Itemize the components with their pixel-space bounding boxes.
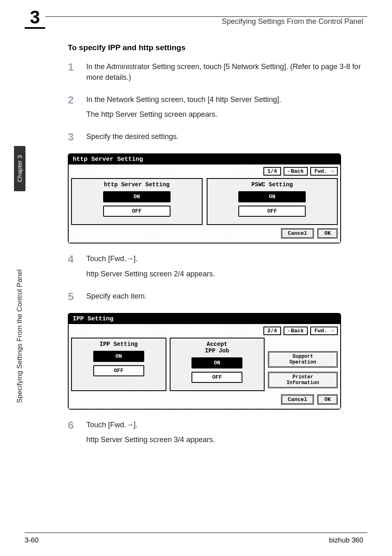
lcd-body: 1/4 ←Back Fwd. → http Server Setting ON …: [69, 164, 340, 243]
back-button[interactable]: ←Back: [284, 167, 308, 176]
step-number: 3: [68, 131, 86, 146]
step-number: 6: [68, 419, 86, 449]
step-text: In the Network Setting screen, touch [4 …: [86, 94, 281, 105]
step: 3 Specify the desired settings.: [68, 131, 363, 146]
off-button[interactable]: OFF: [93, 365, 144, 376]
lcd-page-indicator: 1/4: [263, 167, 281, 176]
step: 2 In the Network Setting screen, touch […: [68, 94, 363, 124]
step-text: http Server Setting screen 3/4 appears.: [86, 434, 215, 445]
lcd-panel-http: http Server Setting ON OFF: [71, 178, 203, 225]
back-button[interactable]: ←Back: [284, 327, 308, 335]
off-button[interactable]: OFF: [238, 206, 306, 217]
lcd-pager-row: 1/4 ←Back Fwd. →: [71, 167, 338, 176]
step-text: The http Server Setting screen appears.: [86, 109, 281, 120]
step-text: Specify each item.: [86, 291, 147, 301]
on-button[interactable]: ON: [93, 351, 144, 362]
lcd-footer-row: Cancel OK: [71, 394, 338, 405]
page: 3 Specifying Settings From the Control P…: [0, 0, 392, 556]
lcd-title: IPP Setting: [69, 314, 340, 324]
side-chapter-tab: Chapter 3: [14, 146, 25, 191]
step-body: Specify each item.: [86, 291, 147, 306]
lcd-side-column: Support Operation Printer Information: [268, 338, 338, 391]
on-button[interactable]: ON: [238, 191, 306, 202]
chapter-number: 3: [30, 7, 40, 27]
off-button[interactable]: OFF: [191, 372, 242, 383]
lcd-panel-title: PSWC Setting: [210, 181, 335, 188]
support-operation-button[interactable]: Support Operation: [268, 351, 338, 368]
ok-button[interactable]: OK: [317, 394, 338, 405]
lcd-panel-ipp: IPP Setting ON OFF: [71, 338, 166, 391]
step-number: 1: [68, 61, 86, 87]
lcd-page-indicator: 2/4: [263, 327, 281, 335]
lcd-footer-row: Cancel OK: [71, 228, 338, 239]
lcd-panel-title: Accept IPP Job: [172, 341, 263, 354]
step-body: In the Network Setting screen, touch [4 …: [86, 94, 281, 124]
step-number: 2: [68, 94, 86, 124]
fwd-button[interactable]: Fwd. →: [310, 327, 338, 335]
step-body: Touch [Fwd.→]. http Server Setting scree…: [86, 253, 215, 283]
lcd-panels: http Server Setting ON OFF PSWC Setting …: [71, 178, 338, 225]
section-title: To specify IPP and http settings: [68, 43, 363, 52]
on-button[interactable]: ON: [103, 191, 171, 202]
step-text: In the Administrator Setting screen, tou…: [86, 61, 363, 83]
step-text: Touch [Fwd.→].: [86, 419, 215, 430]
lcd-pager-row: 2/4 ←Back Fwd. →: [71, 327, 338, 335]
step-body: In the Administrator Setting screen, tou…: [86, 61, 363, 87]
lcd-screenshot-1: http Server Setting 1/4 ←Back Fwd. → htt…: [68, 153, 341, 243]
step: 5 Specify each item.: [68, 291, 363, 306]
lcd-panel-pswc: PSWC Setting ON OFF: [207, 178, 338, 225]
side-section-text: Specifying Settings From the Control Pan…: [14, 197, 25, 403]
page-number: 3-60: [25, 536, 39, 544]
content: To specify IPP and http settings 1 In th…: [68, 43, 363, 456]
chapter-tab: 3: [25, 7, 45, 29]
step-text: Touch [Fwd.→].: [86, 253, 215, 264]
lcd-screenshot-2: IPP Setting 2/4 ←Back Fwd. → IPP Setting…: [68, 313, 341, 410]
lcd-body: 2/4 ←Back Fwd. → IPP Setting ON OFF Acce…: [69, 324, 340, 409]
fwd-button[interactable]: Fwd. →: [310, 167, 338, 176]
step-body: Touch [Fwd.→]. http Server Setting scree…: [86, 419, 215, 449]
lcd-panels: IPP Setting ON OFF Accept IPP Job ON OFF…: [71, 338, 338, 391]
step-text: Specify the desired settings.: [86, 131, 179, 142]
running-head: Specifying Settings From the Control Pan…: [222, 17, 363, 26]
lcd-title: http Server Setting: [69, 154, 340, 164]
lcd-panel-title: IPP Setting: [74, 341, 164, 348]
top-rule: [25, 16, 367, 17]
step: 6 Touch [Fwd.→]. http Server Setting scr…: [68, 419, 363, 449]
step-body: Specify the desired settings.: [86, 131, 179, 146]
step-number: 5: [68, 291, 86, 306]
step-number: 4: [68, 253, 86, 283]
step-text: http Server Setting screen 2/4 appears.: [86, 269, 215, 279]
model-name: bizhub 360: [329, 536, 363, 544]
on-button[interactable]: ON: [191, 357, 242, 368]
off-button[interactable]: OFF: [103, 206, 171, 217]
lcd-panel-accept-ipp-job: Accept IPP Job ON OFF: [170, 338, 265, 391]
step: 1 In the Administrator Setting screen, t…: [68, 61, 363, 87]
ok-button[interactable]: OK: [317, 228, 338, 239]
lcd-panel-title: http Server Setting: [74, 181, 199, 188]
step: 4 Touch [Fwd.→]. http Server Setting scr…: [68, 253, 363, 283]
cancel-button[interactable]: Cancel: [281, 394, 314, 405]
footer-rule: [25, 533, 367, 533]
cancel-button[interactable]: Cancel: [281, 228, 314, 239]
printer-information-button[interactable]: Printer Information: [268, 372, 338, 388]
